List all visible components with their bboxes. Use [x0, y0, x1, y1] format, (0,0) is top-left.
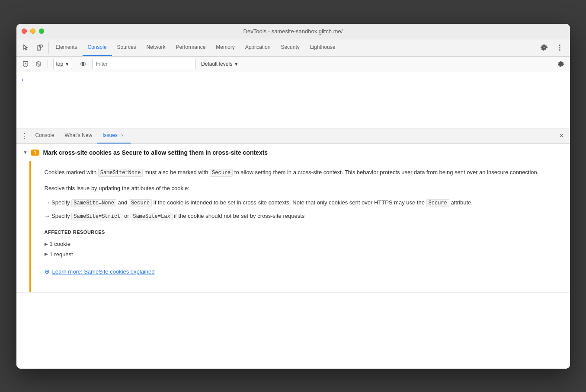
- eye-icon[interactable]: [77, 58, 89, 70]
- affected-resources-title: AFFECTED RESOURCES: [45, 229, 556, 235]
- learn-more-anchor[interactable]: Learn more: SameSite cookies explained: [52, 268, 155, 275]
- levels-arrow-icon: ▼: [234, 62, 238, 67]
- console-settings-icon[interactable]: [555, 58, 567, 70]
- issue-title: Mark cross-site cookies as Secure to all…: [43, 149, 268, 156]
- toolbar-separator: [48, 60, 48, 68]
- tab-security[interactable]: Security: [275, 39, 304, 56]
- tab-console[interactable]: Console: [83, 39, 112, 56]
- console-chevron-icon[interactable]: ›: [22, 76, 24, 83]
- svg-marker-3: [23, 62, 28, 67]
- panel-tab-console[interactable]: Console: [30, 128, 60, 143]
- resource-chevron-icon: ▶: [45, 240, 48, 248]
- issue-bullet-2: → Specify SameSite=Strict or SameSite=La…: [45, 211, 556, 221]
- svg-point-9: [82, 63, 84, 65]
- filter-input[interactable]: [92, 59, 196, 69]
- tab-network[interactable]: Network: [141, 39, 171, 56]
- issue-expand-icon[interactable]: ▼: [23, 150, 28, 155]
- tab-application[interactable]: Application: [240, 39, 276, 56]
- bottom-panel: ⋮ Console What's New Issues × × ▼ 1 Mark…: [16, 128, 570, 369]
- svg-point-8: [81, 63, 86, 66]
- dropdown-arrow-icon: ▼: [65, 62, 69, 67]
- issue-bullet-1: → Specify SameSite=None and Secure if th…: [45, 198, 556, 207]
- issue-item: ▼ 1 Mark cross-site cookies as Secure to…: [16, 144, 570, 293]
- resource-request[interactable]: ▶ 1 request: [45, 249, 556, 259]
- tab-performance[interactable]: Performance: [171, 39, 211, 56]
- console-output: ›: [16, 72, 570, 128]
- tab-sources[interactable]: Sources: [112, 39, 141, 56]
- cursor-icon[interactable]: [19, 39, 33, 56]
- minimize-button[interactable]: [30, 29, 35, 34]
- resource-cookie[interactable]: ▶ 1 cookie: [45, 239, 556, 249]
- learn-more-icon: ⊕: [45, 268, 50, 275]
- maximize-button[interactable]: [39, 29, 44, 34]
- panel-close-icon[interactable]: ×: [556, 130, 567, 141]
- issue-detail: Cookies marked with SameSite=None must a…: [29, 161, 570, 293]
- devtools-window: DevTools - samesite-sandbox.glitch.me/ E…: [16, 24, 570, 369]
- default-levels-selector[interactable]: Default levels ▼: [201, 61, 238, 67]
- devtools-toolbar-icons: ⋮: [537, 39, 570, 56]
- tab-elements[interactable]: Elements: [51, 39, 83, 56]
- resource-chevron-icon-2: ▶: [45, 250, 48, 258]
- traffic-lights: [22, 29, 44, 34]
- context-selector[interactable]: top ▼: [53, 59, 73, 69]
- tab-lighthouse[interactable]: Lighthouse: [305, 39, 341, 56]
- tab-memory[interactable]: Memory: [211, 39, 240, 56]
- more-options-icon[interactable]: ⋮: [553, 44, 567, 52]
- settings-icon[interactable]: [537, 44, 551, 51]
- device-toggle-icon[interactable]: [33, 39, 47, 56]
- panel-tab-bar: ⋮ Console What's New Issues × ×: [16, 128, 570, 144]
- close-button[interactable]: [22, 29, 27, 34]
- issue-description: Cookies marked with SameSite=None must a…: [45, 168, 556, 177]
- console-toolbar: top ▼ Default levels ▼: [16, 57, 570, 72]
- panel-menu-icon[interactable]: ⋮: [19, 130, 30, 141]
- issue-count-badge: 1: [31, 150, 39, 156]
- affected-resources-section: AFFECTED RESOURCES ▶ 1 cookie ▶ 1 reques…: [45, 229, 556, 259]
- issue-resolve-label: Resolve this issue by updating the attri…: [45, 184, 556, 193]
- devtools-tab-bar: Elements Console Sources Network Perform…: [16, 39, 570, 57]
- title-bar: DevTools - samesite-sandbox.glitch.me/: [16, 24, 570, 39]
- panel-tab-issues[interactable]: Issues ×: [97, 128, 131, 143]
- clear-console-icon[interactable]: [20, 58, 31, 70]
- issues-content: ▼ 1 Mark cross-site cookies as Secure to…: [16, 144, 570, 369]
- panel-tab-whats-new[interactable]: What's New: [60, 128, 98, 143]
- window-title: DevTools - samesite-sandbox.glitch.me/: [243, 28, 343, 35]
- learn-more-link[interactable]: ⊕ Learn more: SameSite cookies explained: [45, 268, 556, 275]
- issue-header[interactable]: ▼ 1 Mark cross-site cookies as Secure to…: [16, 144, 570, 161]
- svg-line-7: [37, 62, 40, 66]
- block-icon[interactable]: [33, 58, 44, 70]
- tab-close-icon[interactable]: ×: [119, 132, 125, 138]
- separator: [48, 42, 49, 54]
